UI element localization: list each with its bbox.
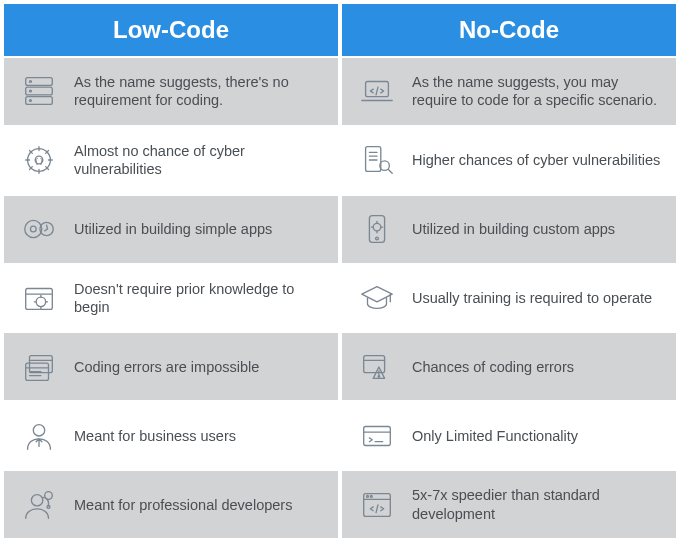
server-stack-icon bbox=[18, 70, 60, 112]
window-warning-icon bbox=[356, 346, 398, 388]
svg-point-13 bbox=[36, 297, 46, 307]
table-row: Chances of coding errors bbox=[342, 333, 676, 400]
row-text: Utilized in building simple apps bbox=[74, 220, 272, 238]
table-row: As the name suggests, you may require to… bbox=[342, 58, 676, 125]
table-row: Meant for business users bbox=[4, 402, 338, 469]
svg-rect-21 bbox=[366, 147, 381, 172]
laptop-code-icon bbox=[356, 70, 398, 112]
svg-rect-23 bbox=[369, 216, 384, 243]
table-row: Coding errors are impossible bbox=[4, 333, 338, 400]
row-text: Doesn't require prior knowledge to begin bbox=[74, 280, 324, 316]
row-text: Coding errors are impossible bbox=[74, 358, 259, 376]
svg-point-9 bbox=[25, 221, 42, 238]
table-row: Higher chances of cyber vulnerabilities bbox=[342, 127, 676, 194]
user-headset-icon bbox=[18, 484, 60, 526]
gear-window-icon bbox=[18, 277, 60, 319]
svg-point-16 bbox=[33, 424, 44, 435]
row-text: Almost no chance of cyber vulnerabilitie… bbox=[74, 142, 324, 178]
row-text: Meant for business users bbox=[74, 427, 236, 445]
table-row: Only Limited Functionality bbox=[342, 402, 676, 469]
svg-point-30 bbox=[367, 495, 369, 497]
svg-point-3 bbox=[30, 81, 32, 83]
table-row: Doesn't require prior knowledge to begin bbox=[4, 265, 338, 332]
row-text: Chances of coding errors bbox=[412, 358, 574, 376]
column-low-code: Low-Code As the name suggests, there's n… bbox=[4, 4, 338, 538]
table-row: Meant for professional developers bbox=[4, 471, 338, 538]
terminal-window-icon bbox=[356, 415, 398, 457]
svg-point-10 bbox=[30, 226, 36, 232]
svg-point-5 bbox=[30, 100, 32, 102]
svg-point-17 bbox=[31, 494, 42, 505]
column-no-code: No-Code As the name suggests, you may re… bbox=[342, 4, 676, 538]
grad-cap-icon bbox=[356, 277, 398, 319]
gear-braces-icon: { } bbox=[18, 139, 60, 181]
svg-point-31 bbox=[370, 495, 372, 497]
row-text: As the name suggests, you may require to… bbox=[412, 73, 662, 109]
svg-point-4 bbox=[30, 90, 32, 92]
user-business-icon bbox=[18, 415, 60, 457]
gear-shield-icon bbox=[18, 208, 60, 250]
column-header: No-Code bbox=[342, 4, 676, 56]
row-text: Higher chances of cyber vulnerabilities bbox=[412, 151, 660, 169]
table-row: As the name suggests, there's no require… bbox=[4, 58, 338, 125]
device-search-icon bbox=[356, 139, 398, 181]
table-row: Utilized in building custom apps bbox=[342, 196, 676, 263]
row-text: 5x-7x speedier than standard development bbox=[412, 486, 662, 522]
row-text: As the name suggests, there's no require… bbox=[74, 73, 324, 109]
svg-point-18 bbox=[47, 505, 50, 508]
svg-point-19 bbox=[45, 491, 53, 499]
row-text: Utilized in building custom apps bbox=[412, 220, 615, 238]
table-row: 5x-7x speedier than standard development bbox=[342, 471, 676, 538]
comparison-table: Low-Code As the name suggests, there's n… bbox=[4, 4, 676, 538]
row-text: Only Limited Functionality bbox=[412, 427, 578, 445]
browser-code-icon bbox=[356, 484, 398, 526]
table-row: Utilized in building simple apps bbox=[4, 196, 338, 263]
svg-rect-26 bbox=[364, 355, 385, 372]
row-text: Meant for professional developers bbox=[74, 496, 292, 514]
column-header: Low-Code bbox=[4, 4, 338, 56]
svg-rect-28 bbox=[364, 426, 391, 445]
svg-point-24 bbox=[376, 237, 379, 240]
table-row: Usually training is required to operate bbox=[342, 265, 676, 332]
windows-stack-icon bbox=[18, 346, 60, 388]
row-text: Usually training is required to operate bbox=[412, 289, 652, 307]
svg-point-27 bbox=[378, 376, 380, 378]
table-row: { } Almost no chance of cyber vulnerabil… bbox=[4, 127, 338, 194]
phone-gear-icon bbox=[356, 208, 398, 250]
svg-point-25 bbox=[373, 223, 381, 231]
svg-text:{ }: { } bbox=[35, 156, 43, 165]
